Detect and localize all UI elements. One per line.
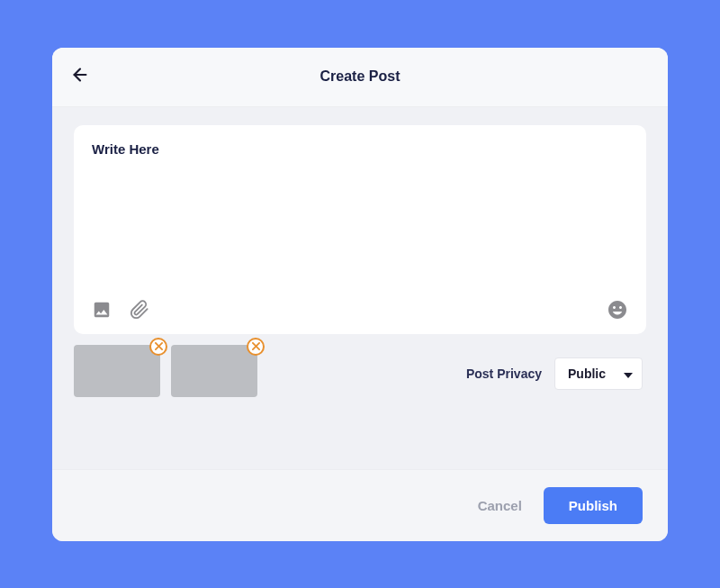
attachment-thumbnail[interactable] [74,345,160,397]
publish-button[interactable]: Publish [544,487,643,524]
privacy-label: Post Privacy [466,366,542,381]
privacy-selected-value: Public [568,366,606,381]
toolbar-left [92,300,149,320]
composer-card [74,125,646,334]
add-image-button[interactable] [92,300,112,320]
attachment-item [74,345,160,397]
attach-file-button[interactable] [130,300,149,320]
remove-attachment-button[interactable] [149,338,167,356]
chevron-down-icon [624,366,633,381]
close-icon [155,342,163,350]
composer-toolbar [92,296,628,323]
emoji-icon [607,299,628,321]
modal-title: Create Post [320,68,400,85]
paperclip-icon [130,300,149,320]
cancel-button[interactable]: Cancel [478,498,522,513]
emoji-button[interactable] [607,299,628,321]
post-textarea[interactable] [92,141,628,296]
attachments-row: Post Privacy Public [52,334,668,397]
modal-footer: Cancel Publish [52,469,668,541]
close-icon [252,342,260,350]
image-icon [92,300,112,320]
modal-header: Create Post [52,48,668,107]
attachment-item [171,345,257,397]
create-post-modal: Create Post [52,48,668,541]
privacy-select[interactable]: Public [554,357,643,390]
privacy-row: Post Privacy Public [466,345,646,390]
arrow-left-icon [70,65,90,85]
back-button[interactable] [70,65,90,88]
toolbar-right [607,299,628,321]
attachment-thumbnail[interactable] [171,345,257,397]
remove-attachment-button[interactable] [247,338,265,356]
